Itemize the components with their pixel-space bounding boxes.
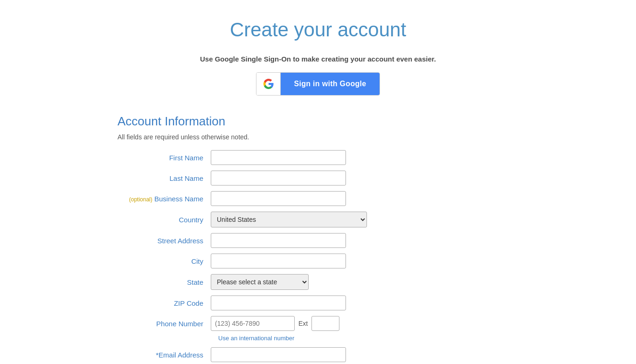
last-name-label: Last Name: [118, 174, 211, 182]
google-btn-wrapper: Sign in with Google: [118, 72, 518, 96]
intl-number-link[interactable]: Use an international number: [218, 335, 294, 342]
zip-label: ZIP Code: [118, 299, 211, 307]
country-select[interactable]: United States Canada United Kingdom: [211, 212, 367, 227]
email-input[interactable]: [211, 347, 346, 362]
phone-input[interactable]: [211, 316, 295, 331]
section-title: Account Information: [118, 114, 518, 129]
country-label: Country: [118, 216, 211, 224]
email-label: *Email Address: [118, 351, 211, 359]
google-btn-label: Sign in with Google: [281, 72, 379, 96]
first-name-label: First Name: [118, 154, 211, 162]
ext-input[interactable]: [311, 316, 339, 331]
phone-row: Phone Number Ext: [118, 316, 518, 331]
city-input[interactable]: [211, 254, 346, 268]
required-note: All fields are required unless otherwise…: [118, 133, 518, 141]
last-name-row: Last Name: [118, 171, 518, 185]
email-row: *Email Address: [118, 347, 518, 362]
street-address-input[interactable]: [211, 233, 346, 248]
country-row: Country United States Canada United King…: [118, 212, 518, 227]
page-container: Create your account Use Google Single Si…: [108, 0, 528, 364]
last-name-input[interactable]: [211, 171, 346, 185]
phone-fields: Ext: [211, 316, 339, 331]
business-name-row: (optional) Business Name: [118, 191, 518, 206]
ext-label: Ext: [298, 320, 308, 327]
sso-description: Use Google Single Sign-On to make creati…: [118, 55, 518, 63]
street-address-row: Street Address: [118, 233, 518, 248]
page-title: Create your account: [118, 19, 518, 41]
optional-tag: (optional): [129, 196, 152, 203]
google-icon-box: [256, 72, 281, 96]
sign-in-google-button[interactable]: Sign in with Google: [256, 72, 380, 96]
first-name-input[interactable]: [211, 150, 346, 165]
city-row: City: [118, 254, 518, 268]
zip-row: ZIP Code: [118, 295, 518, 310]
business-name-label: (optional) Business Name: [118, 195, 211, 203]
street-address-label: Street Address: [118, 237, 211, 245]
state-select[interactable]: Please select a state Alabama Alaska Ari…: [211, 274, 309, 290]
state-label: State: [118, 278, 211, 286]
state-row: State Please select a state Alabama Alas…: [118, 274, 518, 290]
business-name-input[interactable]: [211, 191, 346, 206]
city-label: City: [118, 257, 211, 265]
intl-link-row: Use an international number: [218, 335, 518, 342]
account-info-section: Account Information All fields are requi…: [118, 114, 518, 364]
business-name-text: Business Name: [154, 195, 203, 203]
phone-label: Phone Number: [118, 320, 211, 328]
first-name-row: First Name: [118, 150, 518, 165]
google-icon: [263, 78, 274, 89]
zip-input[interactable]: [211, 295, 346, 310]
